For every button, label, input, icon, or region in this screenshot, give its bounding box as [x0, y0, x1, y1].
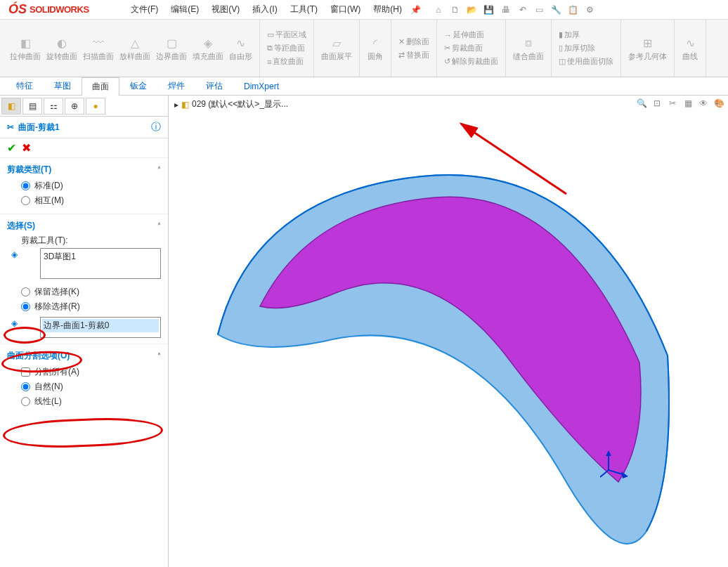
- tab-feature[interactable]: 特征: [6, 77, 44, 96]
- menu-tools[interactable]: 工具(T): [285, 1, 323, 18]
- hide-show-icon[interactable]: 👁: [697, 97, 710, 110]
- loft-surface-button[interactable]: △放样曲面: [117, 33, 153, 63]
- section-icon[interactable]: ✂: [666, 97, 679, 110]
- command-tabs: 特征 草图 曲面 钣金 焊件 评估 DimXpert: [0, 77, 728, 96]
- delete-face-button[interactable]: ✕删除面: [396, 36, 432, 48]
- untrim-surface-button[interactable]: ↺解除剪裁曲面: [441, 56, 501, 67]
- dimxpert-manager-tab[interactable]: ⊕: [65, 98, 84, 115]
- tab-weld[interactable]: 焊件: [157, 77, 195, 96]
- appearance-icon[interactable]: 🎨: [713, 97, 725, 110]
- menu-help[interactable]: 帮助(H): [368, 1, 408, 18]
- reference-geometry-button[interactable]: ⊞参考几何体: [625, 33, 670, 63]
- split-all-label: 分割所有(A): [34, 366, 79, 378]
- sweep-surface-button[interactable]: 〰扫描曲面: [80, 33, 117, 63]
- open-icon[interactable]: 📂: [465, 3, 479, 17]
- removal-value[interactable]: 边界-曲面1-剪裁0: [42, 319, 159, 332]
- menu-insert[interactable]: 插入(I): [247, 1, 282, 18]
- select-icon[interactable]: ▭: [533, 3, 547, 17]
- flatten-surface-button[interactable]: ▱曲面展平: [318, 33, 355, 63]
- trim-tool-listbox[interactable]: 3D草图1: [40, 248, 161, 279]
- view-toolbar: 🔍 ⊡ ✂ ▦ 👁 🎨: [635, 97, 725, 110]
- menu-window[interactable]: 窗口(W): [325, 1, 366, 18]
- tab-sheetmetal[interactable]: 钣金: [119, 77, 157, 96]
- new-icon[interactable]: 🗋: [448, 3, 462, 17]
- menu-file[interactable]: 文件(F): [125, 1, 164, 18]
- standard-radio[interactable]: [21, 181, 30, 190]
- selection-icon: ◈: [11, 318, 18, 328]
- home-icon[interactable]: ⌂: [431, 3, 446, 17]
- planar-region-button[interactable]: ▭平面区域: [264, 29, 309, 41]
- cube-icon: ◧: [8, 101, 15, 111]
- app-logo: ÓS SOLIDWORKS: [0, 0, 119, 20]
- display-style-icon[interactable]: ▦: [682, 97, 694, 110]
- flyout-tree[interactable]: ▸ ◧ 029 (默认<<默认>_显示...: [174, 98, 288, 110]
- cut-with-surface-button[interactable]: ◫使用曲面切除: [556, 56, 616, 67]
- fillet-button[interactable]: ◜圆角: [364, 33, 386, 63]
- tab-surface[interactable]: 曲面: [82, 77, 119, 96]
- thicken-button[interactable]: ▮加厚: [556, 29, 616, 41]
- feature-manager-tab[interactable]: ◧: [1, 98, 21, 115]
- rebuild-icon[interactable]: 🔧: [550, 3, 564, 17]
- selection-header[interactable]: 选择(S) ˄: [7, 217, 161, 235]
- undo-icon[interactable]: ↶: [516, 3, 530, 17]
- print-icon[interactable]: 🖶: [499, 3, 513, 17]
- thicken-cut-button[interactable]: ▯加厚切除: [556, 42, 616, 54]
- save-icon[interactable]: 💾: [482, 3, 496, 17]
- tab-dimxpert[interactable]: DimXpert: [233, 78, 290, 95]
- linear-radio[interactable]: [21, 397, 30, 406]
- pin-icon[interactable]: 📌: [409, 3, 423, 17]
- property-manager: ◧ ▤ ⚏ ⊕ ● ✂ 曲面-剪裁1 ⓘ ✔ ✖ 剪裁类型(T) ˄ 标准(D): [0, 96, 169, 567]
- extend-surface-button[interactable]: →延伸曲面: [441, 29, 501, 41]
- ruled-surface-button[interactable]: ≡直纹曲面: [264, 56, 309, 67]
- cancel-button[interactable]: ✖: [22, 141, 31, 155]
- split-all-checkbox[interactable]: [21, 367, 30, 377]
- revolve-surface-button[interactable]: ◐旋转曲面: [44, 33, 80, 63]
- ribbon: ◧拉伸曲面 ◐旋转曲面 〰扫描曲面 △放样曲面 ▢边界曲面 ◈填充曲面 ∿自由形…: [0, 20, 728, 77]
- zoom-fit-icon[interactable]: ⊡: [651, 97, 663, 110]
- trim-tool-value[interactable]: 3D草图1: [42, 250, 159, 263]
- mutual-label: 相互(M): [34, 195, 64, 207]
- split-options-header[interactable]: 曲面分割选项(O) ˄: [7, 347, 161, 365]
- menu-view[interactable]: 视图(V): [206, 1, 245, 18]
- knit-surface-button[interactable]: ⧈缝合曲面: [510, 33, 547, 63]
- part-name[interactable]: 029 (默认<<默认>_显示...: [192, 98, 288, 110]
- view-triad[interactable]: [600, 450, 628, 478]
- menu-bar: 文件(F) 编辑(E) 视图(V) 插入(I) 工具(T) 窗口(W) 帮助(H…: [119, 1, 423, 18]
- zoom-icon[interactable]: 🔍: [635, 97, 648, 110]
- trim-type-header[interactable]: 剪裁类型(T) ˄: [7, 161, 161, 178]
- configuration-manager-tab[interactable]: ⚏: [44, 98, 63, 115]
- fill-surface-button[interactable]: ◈填充曲面: [190, 33, 226, 63]
- standard-label: 标准(D): [34, 180, 63, 192]
- natural-radio[interactable]: [21, 382, 30, 391]
- settings-icon[interactable]: ⚙: [583, 3, 597, 17]
- replace-face-button[interactable]: ⇄替换面: [396, 49, 432, 61]
- freeform-button[interactable]: ∿自由形: [226, 33, 255, 63]
- display-manager-tab[interactable]: ●: [86, 98, 105, 115]
- mutual-radio[interactable]: [21, 196, 30, 205]
- manager-tabs: ◧ ▤ ⚏ ⊕ ●: [0, 96, 168, 117]
- options-icon[interactable]: 📋: [566, 3, 580, 17]
- boundary-surface-button[interactable]: ▢边界曲面: [153, 33, 190, 63]
- chevron-up-icon: ˄: [157, 222, 161, 230]
- expand-icon[interactable]: ▸: [174, 100, 178, 110]
- curves-button[interactable]: ∿曲线: [679, 33, 701, 63]
- target-icon: ⊕: [71, 101, 78, 111]
- keep-selection-radio[interactable]: [21, 287, 30, 296]
- main-area: ◧ ▤ ⚏ ⊕ ● ✂ 曲面-剪裁1 ⓘ ✔ ✖ 剪裁类型(T) ˄ 标准(D): [0, 96, 728, 567]
- removal-listbox[interactable]: 边界-曲面1-剪裁0: [40, 317, 161, 338]
- offset-surface-button[interactable]: ⧉等距曲面: [264, 42, 309, 54]
- list-icon: ▤: [29, 101, 37, 111]
- remove-selection-radio[interactable]: [21, 302, 30, 311]
- trim-surface-button[interactable]: ✂剪裁曲面: [441, 42, 501, 54]
- property-manager-tab[interactable]: ▤: [22, 98, 42, 115]
- ok-button[interactable]: ✔: [7, 141, 16, 155]
- selection-icon: ◈: [11, 249, 18, 259]
- tab-sketch[interactable]: 草图: [44, 77, 82, 96]
- help-icon[interactable]: ⓘ: [151, 121, 161, 133]
- graphics-viewport[interactable]: ▸ ◧ 029 (默认<<默认>_显示... 🔍 ⊡ ✂ ▦ 👁 🎨: [169, 96, 728, 567]
- config-icon: ⚏: [50, 101, 58, 111]
- extrude-surface-button[interactable]: ◧拉伸曲面: [7, 33, 44, 63]
- menu-edit[interactable]: 编辑(E): [165, 1, 204, 18]
- svg-line-5: [600, 470, 609, 477]
- tab-evaluate[interactable]: 评估: [195, 77, 233, 96]
